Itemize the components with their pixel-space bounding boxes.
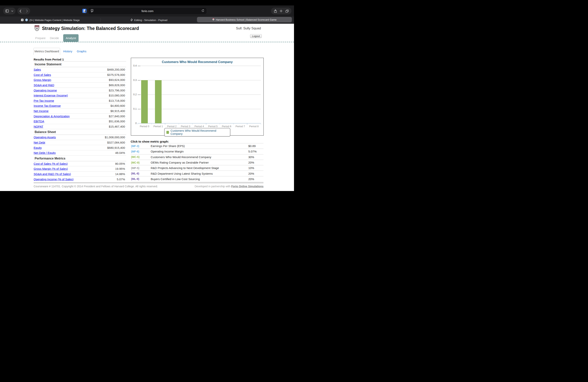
metric-graph-row[interactable]: (MF-6)Operating Income Margin5.07% [131,149,263,154]
metric-link[interactable]: Operating Income [34,89,57,92]
metric-chart: Customers Who Would Recommend Company 00… [131,58,264,136]
forio-link[interactable]: Forio Online Simulations [231,185,263,188]
back-button[interactable] [20,10,21,13]
x-axis-tick [138,123,138,125]
x-axis-label: Period 5 [206,125,220,128]
table-row: SG&A and R&D$69,828,000 [34,83,126,88]
table-row: Sales$469,200,000 [34,67,126,72]
metric-value: 5.07% [248,150,263,153]
logout-button[interactable]: Logout [250,34,262,38]
table-row: Net Income$8,915,400 [34,108,126,114]
chart-plot: 00.10.20.30.4Period 0Period 1Period 2Per… [131,58,263,135]
metric-name: R&D Department Using Latest Sharing Syst… [151,172,248,175]
metric-link[interactable]: Cost of Sales (% of Sales) [34,162,68,165]
metric-graph-row[interactable]: (MF-3)Earnings Per Share (EPS)$0.89 [131,143,263,149]
table-row: Operating Income (% of Sales)5.07% [34,177,126,182]
metric-graph-row[interactable]: (ML-9)Buyers Certified in Low Cost Sourc… [131,176,263,182]
x-axis-label: Period 4 [192,125,206,128]
metric-graph-row[interactable]: (MP-5)R&D Projects Advancing to Next Dev… [131,165,263,171]
metric-link[interactable]: Operating Income (% of Sales) [34,178,74,181]
sidebar-button[interactable] [3,8,16,14]
tab-title: Editing - Simulation - Payload [134,19,168,21]
address-bar[interactable]: forio.com [88,8,207,14]
y-axis-label: 0.4 [131,64,137,67]
metric-link[interactable]: Interest Expense (Income) [34,94,68,97]
metric-link[interactable]: Gross Margin [34,78,51,82]
nav-divider [24,9,24,13]
metric-graph-row[interactable]: (MC-9)OEMs Rating Company as Desirable P… [131,160,263,165]
table-row: Cost of Sales (% of Sales)80.05% [34,161,126,167]
metric-value: 10% [248,166,263,170]
metric-graph-row[interactable]: (MC-5)Customers Who Would Recommend Comp… [131,154,263,160]
table-row: Pre-Tax Income$13,716,000 [34,98,126,104]
footer-copyright: Courseware # 114701. Copyright © 2014 Pr… [34,185,158,188]
chart-bar [155,80,162,123]
metric-value: $27,840,000 [109,115,126,118]
x-axis-tick [179,123,179,125]
x-axis-tick [206,123,206,125]
new-tab-icon[interactable] [280,10,283,12]
metric-name: Earnings Per Share (EPS) [151,144,248,148]
x-axis-label: Period 2 [165,125,179,128]
metric-link[interactable]: Net Income [34,109,49,113]
x-axis-label: Period 3 [179,125,192,128]
metric-code: (MC-5) [131,155,151,159]
metric-link[interactable]: Pre-Tax Income [34,99,54,102]
password-extension-icon[interactable] [82,8,87,14]
footer-divider [34,183,263,183]
table-row: Net Debt / Equity48.04% [34,150,126,156]
nav-tab-decide[interactable]: Decide [50,36,59,40]
metric-link[interactable]: SG&A and R&D [34,84,54,87]
metric-link[interactable]: Depreciation & Amortization [34,115,70,118]
browser-tab-active-hbs[interactable]: Harvard Business School | Balanced Score… [197,17,292,22]
metric-link[interactable]: Gross Margin (% of Sales) [34,167,68,170]
metric-value: 48.04% [115,151,126,154]
axis-tick [138,66,140,66]
section-heading: Balance Sheet [34,129,126,135]
metric-link[interactable]: EBITDA [34,120,44,123]
tab-overview-icon[interactable] [285,10,289,13]
metric-link[interactable]: Equity [34,146,42,149]
metric-link[interactable]: SG&A and R&D (% of Sales) [34,172,71,176]
browser-tab-payload[interactable]: Editing - Simulation - Payload [101,17,197,24]
metric-value: $10,080,000 [109,94,126,97]
metric-graph-row[interactable]: (ML-8)R&D Department Using Latest Sharin… [131,171,263,176]
metric-code: (ML-9) [131,177,151,180]
tab-title: Harvard Business School | Balanced Score… [216,18,277,21]
metric-value: 19.95% [115,167,126,170]
page-content: Strategy Simulation: The Balanced Scorec… [0,24,294,191]
notion-favicon: N [21,19,24,22]
nav-tab-analyze[interactable]: Analyze [63,34,79,42]
menu-bar-strip [0,0,294,5]
reload-icon[interactable] [201,9,204,13]
table-row: Gross Margin$93,624,000 [34,77,126,83]
browser-toolbar: forio.com [0,5,294,17]
subtab-history[interactable]: History [63,50,72,53]
address-text[interactable]: forio.com [94,9,201,13]
nav-tab-prepare[interactable]: Prepare [35,36,45,40]
metric-link[interactable]: Sales [34,68,41,71]
metric-value: $469,200,000 [107,68,126,71]
subtab-graphs[interactable]: Graphs [77,50,86,53]
browser-tab-notion[interactable]: N (9+) Website Pages Content | Website S… [0,17,101,24]
share-icon[interactable] [274,9,277,13]
metric-link[interactable]: Cost of Sales [34,73,51,76]
metric-link[interactable]: Net Debt [34,141,45,144]
table-row: Depreciation & Amortization$27,840,000 [34,114,126,119]
metric-code: (MP-5) [131,167,151,170]
chevron-down-icon [11,11,13,12]
metric-link[interactable]: Income Tax Expense [34,104,61,107]
metric-value: 80.05% [115,162,126,165]
metric-link[interactable]: Operating Assets [34,136,56,139]
metric-value: $4,800,600 [110,104,126,107]
x-axis-tick [261,123,261,125]
reader-view-icon[interactable] [91,9,94,13]
y-axis-label: 0.3 [131,79,137,82]
metric-link[interactable]: NOPAT [34,125,43,128]
subtab-metrics-dashboard[interactable]: Metrics Dashboard [33,48,60,55]
metric-link[interactable]: Net Debt / Equity [34,151,56,154]
chart-legend: Customers Who Would Recommend Company [164,128,231,137]
x-axis-tick [165,123,165,125]
forward-button[interactable] [26,10,28,13]
table-row: Gross Margin (% of Sales)19.95% [34,166,126,171]
